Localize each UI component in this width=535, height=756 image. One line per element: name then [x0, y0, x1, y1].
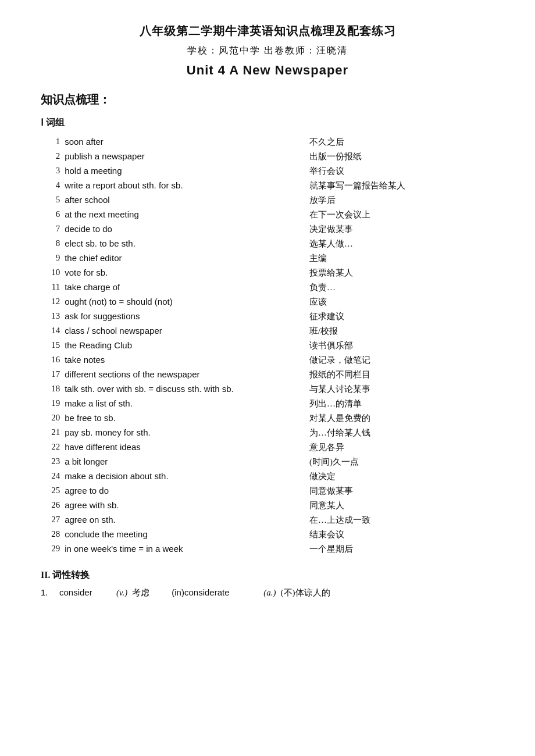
vocab-num: 24 [41, 469, 62, 484]
vocab-en: make a decision about sth. [62, 469, 307, 484]
vocab-num: 11 [41, 280, 62, 295]
word-change-row: 1. consider (v.) 考虑 (in)considerate (a.)… [41, 587, 494, 598]
vocab-en: a bit longer [62, 455, 307, 469]
vocab-num: 14 [41, 324, 62, 338]
vocab-cn: 班/校报 [307, 324, 494, 338]
vocab-en: vote for sb. [62, 266, 307, 280]
vocab-num: 21 [41, 426, 62, 440]
vocab-num: 20 [41, 411, 62, 426]
wc-en2: (in)considerate [172, 587, 259, 597]
unit-title: Unit 4 A New Newspaper [41, 63, 494, 78]
vocab-en: soon after [62, 135, 307, 149]
vocab-en: agree to do [62, 484, 307, 498]
vocab-cn: 不久之后 [307, 135, 494, 149]
vocab-cn: 出版一份报纸 [307, 149, 494, 164]
vocab-en: hold a meeting [62, 164, 307, 179]
vocab-cn: 同意某人 [307, 498, 494, 513]
vocab-en: make a list of sth. [62, 397, 307, 411]
vocab-num: 10 [41, 266, 62, 280]
vocab-num: 22 [41, 440, 62, 455]
vocab-row: 3 hold a meeting 举行会议 [41, 164, 494, 179]
vocab-num: 2 [41, 149, 62, 164]
vocab-row: 22 have different ideas 意见各异 [41, 440, 494, 455]
main-title: 八年级第二学期牛津英语知识点梳理及配套练习 [41, 23, 494, 39]
wc-cn1: 考虑 [132, 587, 167, 598]
vocab-en: the Reading Club [62, 338, 307, 353]
vocab-cn: 在下一次会议上 [307, 208, 494, 222]
vocab-cn: 做记录，做笔记 [307, 353, 494, 368]
vocab-cn: 主编 [307, 251, 494, 266]
vocab-row: 11 take charge of 负责… [41, 280, 494, 295]
vocab-cn: 在…上达成一致 [307, 513, 494, 527]
vocab-cn: 对某人是免费的 [307, 411, 494, 426]
vocab-num: 1 [41, 135, 62, 149]
vocab-row: 4 write a report about sth. for sb. 就某事写… [41, 179, 494, 193]
vocab-num: 5 [41, 193, 62, 208]
vocab-row: 29 in one week's time = in a week 一个星期后 [41, 542, 494, 557]
vocab-row: 27 agree on sth. 在…上达成一致 [41, 513, 494, 527]
vocab-cn: 选某人做… [307, 237, 494, 251]
vocab-row: 9 the chief editor 主编 [41, 251, 494, 266]
section-title: 知识点梳理： [41, 92, 494, 108]
vocab-cn: 决定做某事 [307, 222, 494, 237]
vocab-cn: 列出…的清单 [307, 397, 494, 411]
wc-en1: consider [59, 587, 112, 597]
vocab-row: 28 conclude the meeting 结束会议 [41, 527, 494, 542]
vocab-cn: 报纸的不同栏目 [307, 368, 494, 382]
vocab-num: 6 [41, 208, 62, 222]
vocab-en: take notes [62, 353, 307, 368]
vocab-cn: 征求建议 [307, 309, 494, 324]
vocab-num: 17 [41, 368, 62, 382]
vocab-num: 29 [41, 542, 62, 557]
vocab-cn: 放学后 [307, 193, 494, 208]
vocab-row: 1 soon after 不久之后 [41, 135, 494, 149]
vocab-row: 10 vote for sb. 投票给某人 [41, 266, 494, 280]
vocab-en: ask for suggestions [62, 309, 307, 324]
vocab-num: 18 [41, 382, 62, 397]
vocab-num: 12 [41, 295, 62, 309]
vocab-en: agree with sb. [62, 498, 307, 513]
vocab-row: 20 be free to sb. 对某人是免费的 [41, 411, 494, 426]
vocab-row: 16 take notes 做记录，做笔记 [41, 353, 494, 368]
vocab-en: class / school newspaper [62, 324, 307, 338]
vocab-num: 26 [41, 498, 62, 513]
vocab-en: pay sb. money for sth. [62, 426, 307, 440]
vocab-row: 5 after school 放学后 [41, 193, 494, 208]
vocab-cn: 为…付给某人钱 [307, 426, 494, 440]
vocab-num: 4 [41, 179, 62, 193]
wc-num: 1. [41, 587, 55, 597]
subsection2-title: II. 词性转换 [41, 569, 494, 582]
vocab-cn: 做决定 [307, 469, 494, 484]
vocab-en: in one week's time = in a week [62, 542, 307, 557]
vocab-num: 15 [41, 338, 62, 353]
vocab-row: 26 agree with sb. 同意某人 [41, 498, 494, 513]
vocab-row: 21 pay sb. money for sth. 为…付给某人钱 [41, 426, 494, 440]
vocab-num: 9 [41, 251, 62, 266]
wc-pos1: (v.) [116, 588, 127, 598]
wc-pos2: (a.) [263, 588, 276, 598]
vocab-cn: 举行会议 [307, 164, 494, 179]
vocab-row: 15 the Reading Club 读书俱乐部 [41, 338, 494, 353]
vocab-num: 23 [41, 455, 62, 469]
vocab-en: after school [62, 193, 307, 208]
vocab-num: 28 [41, 527, 62, 542]
vocab-num: 8 [41, 237, 62, 251]
vocab-cn: 结束会议 [307, 527, 494, 542]
vocab-cn: 与某人讨论某事 [307, 382, 494, 397]
vocab-en: talk sth. over with sb. = discuss sth. w… [62, 382, 307, 397]
vocab-en: conclude the meeting [62, 527, 307, 542]
vocab-en: agree on sth. [62, 513, 307, 527]
vocab-en: be free to sb. [62, 411, 307, 426]
vocab-cn: 应该 [307, 295, 494, 309]
vocab-cn: 同意做某事 [307, 484, 494, 498]
vocab-row: 18 talk sth. over with sb. = discuss sth… [41, 382, 494, 397]
vocab-num: 16 [41, 353, 62, 368]
vocab-row: 13 ask for suggestions 征求建议 [41, 309, 494, 324]
vocab-row: 19 make a list of sth. 列出…的清单 [41, 397, 494, 411]
vocab-row: 2 publish a newspaper 出版一份报纸 [41, 149, 494, 164]
vocab-en: different sections of the newspaper [62, 368, 307, 382]
vocab-num: 7 [41, 222, 62, 237]
vocab-en: decide to do [62, 222, 307, 237]
vocab-num: 3 [41, 164, 62, 179]
sub-title: 学校：风范中学 出卷教师：汪晓清 [41, 45, 494, 57]
